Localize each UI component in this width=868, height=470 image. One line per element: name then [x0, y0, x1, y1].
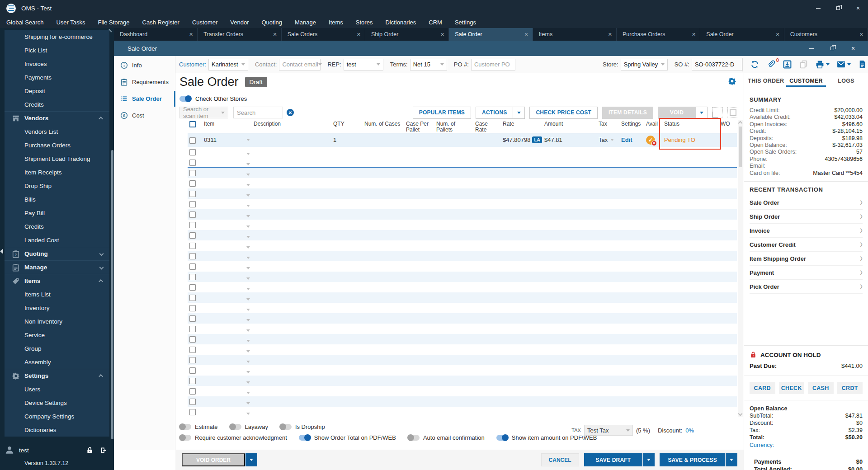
order-nav-requirements[interactable]: Requirements [114, 74, 175, 90]
tab-purchase-orders[interactable]: Purchase Orders✕ [617, 28, 700, 41]
window-minimize-button[interactable] [808, 0, 828, 16]
inner-minimize-button[interactable] [801, 41, 822, 56]
search-input[interactable]: Search [233, 107, 283, 118]
inner-close-button[interactable]: × [843, 41, 863, 56]
row-checkbox[interactable] [189, 347, 196, 353]
export-download-icon[interactable] [783, 60, 792, 69]
item-dropdown-icon[interactable] [246, 267, 250, 269]
tab-sale-orders[interactable]: Sale Orders✕ [282, 28, 365, 41]
toggle-estimate[interactable] [179, 424, 191, 430]
row-checkbox[interactable] [189, 326, 196, 332]
order-nav-sale-order[interactable]: Sale Order [114, 90, 175, 107]
item-dropdown-icon[interactable] [246, 174, 250, 176]
tab-close-icon[interactable]: ✕ [186, 32, 193, 38]
sidebar-item-quoting[interactable]: ?Quoting [5, 247, 109, 260]
cancel-button[interactable]: CANCEL [541, 453, 579, 466]
inner-restore-button[interactable] [822, 41, 843, 56]
order-nav-cost[interactable]: $Cost [114, 107, 175, 124]
toggle-show-item-amount-on-pdf-web[interactable] [496, 435, 508, 441]
row-checkbox[interactable] [189, 315, 196, 322]
email-icon[interactable] [836, 60, 851, 69]
panel-tab-logs[interactable]: LOGS [826, 73, 866, 87]
sidebar-item-invoices[interactable]: Invoices [5, 57, 109, 70]
recent-sale-order[interactable]: Sale Order› [750, 196, 863, 210]
save-process-button[interactable]: SAVE & PROCESS [660, 453, 725, 466]
row-checkbox[interactable] [189, 399, 196, 405]
sidebar-item-shipping-for-e-commerce[interactable]: Shipping for e-commerce [5, 30, 109, 43]
row-checkbox[interactable] [189, 212, 196, 218]
sidebar-item-item-receipts[interactable]: Item Receipts [5, 165, 109, 179]
discount-value[interactable]: 0% [685, 427, 694, 434]
row-checkbox[interactable] [189, 180, 196, 187]
tab-sale-order[interactable]: Sale Order✕ [449, 28, 533, 41]
print-icon[interactable] [815, 60, 830, 69]
check-other-stores-toggle[interactable] [179, 96, 191, 102]
recent-item-shipping-order[interactable]: Item Shipping Order› [750, 252, 863, 266]
void-order-dropdown-button[interactable] [245, 453, 257, 466]
row-checkbox[interactable] [189, 243, 196, 249]
rate-cell[interactable]: $47.80798LA [501, 133, 542, 147]
tab-ship-order[interactable]: Ship Order✕ [365, 28, 449, 41]
row-checkbox[interactable] [189, 232, 196, 239]
sidebar-item-vendors[interactable]: Vendors [5, 111, 109, 125]
window-restore-button[interactable] [828, 0, 848, 16]
item-dropdown-icon[interactable] [246, 246, 250, 249]
document-icon[interactable] [858, 60, 868, 69]
sidebar-item-inventory[interactable]: Inventory [5, 301, 109, 315]
recent-invoice[interactable]: Invoice› [750, 224, 863, 238]
item-dropdown-icon[interactable] [246, 184, 250, 186]
row-checkbox[interactable] [189, 160, 196, 166]
toggle-require-customer-acknowledgment[interactable] [179, 435, 191, 441]
row-checkbox[interactable] [189, 137, 196, 144]
crdt-payment-button[interactable]: CRDT [837, 382, 863, 394]
tab-close-icon[interactable]: ✕ [438, 32, 444, 38]
row-checkbox[interactable] [189, 336, 196, 343]
row-checkbox[interactable] [189, 305, 196, 311]
menu-item-cash-register[interactable]: Cash Register [136, 19, 186, 26]
sidebar-item-payments[interactable]: Payments [5, 70, 109, 84]
tab-close-icon[interactable]: ✕ [857, 32, 863, 38]
item-dropdown-icon[interactable] [246, 340, 250, 342]
sidebar-item-credits[interactable]: Credits [5, 220, 109, 233]
check-payment-button[interactable]: CHECK [779, 382, 805, 394]
sidebar-item-items-list[interactable]: Items List [5, 287, 109, 301]
sidebar-item-landed-cost[interactable]: Landed Cost [5, 233, 109, 247]
sidebar-item-bills[interactable]: Bills [5, 193, 109, 206]
item-cell[interactable]: 0311 [202, 133, 252, 147]
tab-close-icon[interactable]: ✕ [689, 32, 696, 38]
lock-icon[interactable] [86, 446, 94, 454]
tab-close-icon[interactable]: ✕ [521, 32, 528, 38]
availability-warning-icon[interactable]: ✓✕ [646, 136, 655, 145]
item-dropdown-icon[interactable] [246, 309, 250, 311]
currency-link[interactable]: Currency: [750, 442, 863, 448]
sidebar-item-manage[interactable]: Manage [5, 260, 109, 274]
tax-cell[interactable]: Tax [597, 133, 619, 147]
gear-icon[interactable] [728, 77, 736, 87]
toggle-is-dropship[interactable] [280, 424, 292, 430]
menu-item-quoting[interactable]: Quoting [255, 19, 288, 26]
tab-customers[interactable]: Customers✕ [784, 28, 868, 41]
recent-ship-order[interactable]: Ship Order› [750, 210, 863, 224]
row-checkbox[interactable] [189, 201, 196, 207]
customer-select[interactable]: Karinatest [208, 59, 248, 70]
tax-select[interactable]: Test Tax [584, 425, 633, 436]
item-dropdown-icon[interactable] [246, 413, 250, 415]
toggle-show-order-total-on-pdf-web[interactable] [299, 435, 311, 441]
item-dropdown-icon[interactable] [246, 153, 250, 155]
item-dropdown-icon[interactable] [246, 215, 250, 217]
menu-item-settings[interactable]: Settings [448, 19, 482, 26]
item-dropdown-icon[interactable] [246, 257, 250, 259]
sidebar-item-device-settings[interactable]: Device Settings [5, 396, 109, 409]
menu-item-crm[interactable]: CRM [422, 19, 448, 26]
sidebar-item-users[interactable]: Users [5, 382, 109, 396]
row-checkbox[interactable] [189, 357, 196, 363]
sidebar-item-vendors-list[interactable]: Vendors List [5, 125, 109, 138]
sidebar-item-group[interactable]: Group [5, 342, 109, 355]
item-dropdown-icon[interactable] [246, 350, 250, 352]
tab-transfer-orders[interactable]: Transfer Orders✕ [198, 28, 281, 41]
clear-search-icon[interactable]: ✕ [287, 109, 294, 116]
menu-item-items[interactable]: Items [322, 19, 349, 26]
row-checkbox[interactable] [189, 222, 196, 228]
panel-tab-this-order[interactable]: THIS ORDER [746, 73, 786, 87]
card-payment-button[interactable]: CARD [750, 382, 775, 394]
